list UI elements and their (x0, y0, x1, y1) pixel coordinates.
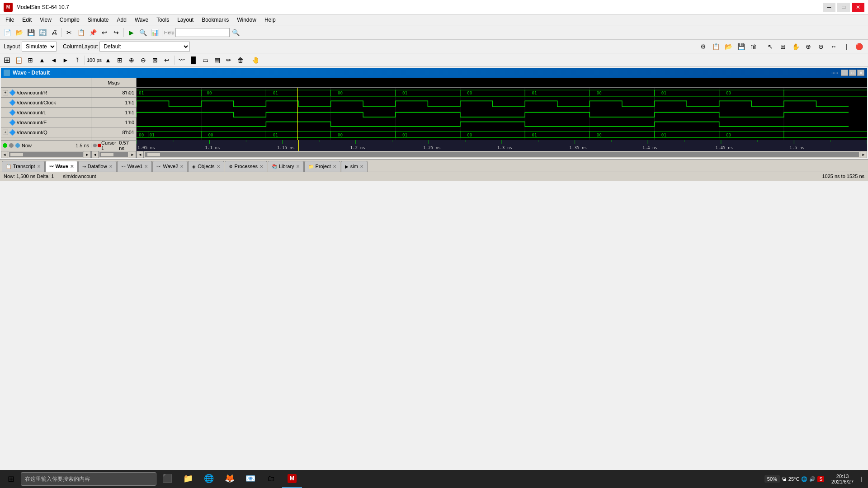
signal-row-R[interactable]: + 🔷 /downcount/R (1, 88, 91, 98)
hscroll-right-btn-wave[interactable]: ► (860, 151, 867, 158)
tab-close-wave2[interactable]: ✕ (180, 164, 184, 169)
menu-layout[interactable]: Layout (174, 16, 197, 24)
wt-zoom-in2[interactable]: ⊕ (126, 55, 137, 66)
menu-add[interactable]: Add (113, 16, 130, 24)
taskbar-modelsim[interactable]: M (282, 470, 302, 488)
wt-clear[interactable]: 🗑 (235, 55, 246, 66)
tab-wave[interactable]: 〰 Wave ✕ (45, 161, 78, 172)
taskbar-firefox[interactable]: 🦊 (220, 470, 240, 488)
tab-close-dataflow[interactable]: ✕ (109, 164, 113, 169)
tab-close-library[interactable]: ✕ (296, 164, 300, 169)
hscroll-right-btn-mid[interactable]: ► (129, 151, 136, 158)
tb-divider[interactable]: | (841, 41, 852, 52)
wt-btn2[interactable]: ⊞ (25, 55, 36, 66)
tab-sim[interactable]: ▶ sim ✕ (341, 161, 368, 172)
tb-print[interactable]: 🖨 (49, 27, 60, 38)
wt-time-up[interactable]: ▲ (103, 55, 113, 66)
tab-processes[interactable]: ⚙ Processes ✕ (225, 161, 267, 172)
tab-close-transcript[interactable]: ✕ (37, 164, 41, 169)
wt-zoom-prev[interactable]: ↩ (161, 55, 172, 66)
wt-btn4[interactable]: ◄ (48, 55, 59, 66)
tab-close-processes[interactable]: ✕ (259, 164, 263, 169)
column-layout-select[interactable]: Default (99, 42, 190, 52)
help-input[interactable] (175, 28, 230, 37)
menu-bookmarks[interactable]: Bookmarks (198, 16, 232, 24)
tab-close-project[interactable]: ✕ (333, 164, 336, 169)
tb-search[interactable]: 🔍 (137, 27, 148, 38)
battery-indicator[interactable]: 50% (764, 475, 780, 483)
minimize-button[interactable]: ─ (823, 3, 835, 12)
expand-Q[interactable]: + (3, 130, 8, 135)
wt-analog[interactable]: ▭ (200, 55, 211, 66)
tb-cursor[interactable]: ↖ (765, 41, 776, 52)
hscroll-left-btn-mid[interactable]: ◄ (91, 151, 99, 158)
wt-zoom-area[interactable]: ⊠ (150, 55, 160, 66)
menu-file[interactable]: File (2, 16, 18, 24)
tb-zoom-out[interactable]: ⊖ (816, 41, 826, 52)
input-method-icon[interactable]: S (817, 476, 824, 482)
wt-zoom-full[interactable]: ⊞ (114, 55, 125, 66)
wave-close-btn[interactable]: ✕ (857, 70, 864, 76)
wt-btn3[interactable]: ▲ (37, 55, 47, 66)
tb-redo[interactable]: ↪ (111, 27, 122, 38)
menu-compile[interactable]: Compile (56, 16, 83, 24)
tb-signal-ctrl[interactable]: 🔴 (854, 41, 864, 52)
hscroll-left-btn-wave[interactable]: ◄ (137, 151, 144, 158)
wt-btn6[interactable]: ⤒ (72, 55, 83, 66)
wt-zoom-out2[interactable]: ⊖ (138, 55, 149, 66)
network-sys-icon[interactable]: 🌐 (801, 476, 807, 482)
tab-transcript[interactable]: 📋 Transcript ✕ (2, 161, 45, 172)
tab-close-wave1[interactable]: ✕ (144, 164, 148, 169)
hscroll-track-mid[interactable] (99, 152, 128, 157)
taskbar-network-mgr[interactable]: 🗂 (261, 470, 281, 488)
maximize-button[interactable]: □ (837, 3, 850, 12)
tab-wave1[interactable]: 〰 Wave1 ✕ (117, 161, 152, 172)
start-button[interactable]: ⊞ (2, 470, 20, 488)
tb-stretch[interactable]: ↔ (828, 41, 839, 52)
taskbar-clock[interactable]: 20:13 2021/6/27 (829, 474, 856, 484)
menu-tools[interactable]: Tools (153, 16, 173, 24)
tab-close-wave[interactable]: ✕ (70, 164, 74, 169)
taskbar-file-explorer[interactable]: 📁 (178, 470, 198, 488)
tb-layout-r3[interactable]: 📂 (723, 41, 734, 52)
menu-window[interactable]: Window (233, 16, 260, 24)
wt-btn5[interactable]: ► (60, 55, 71, 66)
hscroll-right-btn-left[interactable]: ► (84, 151, 91, 158)
wt-wave-mode[interactable]: 〰 (176, 55, 187, 66)
tab-close-objects[interactable]: ✕ (217, 164, 220, 169)
tb-layout-r2[interactable]: 📋 (710, 41, 721, 52)
wt-mixed[interactable]: ▤ (212, 55, 222, 66)
wt-digital[interactable]: █ (188, 55, 199, 66)
tab-library[interactable]: 📚 Library ✕ (268, 161, 304, 172)
wt-hand[interactable]: 🤚 (250, 55, 261, 66)
wave-display[interactable]: 01 00 01 00 01 00 01 00 01 00 (137, 88, 867, 140)
tb-new[interactable]: 📄 (2, 27, 13, 38)
signal-row-Clock[interactable]: 🔷 /downcount/Clock (1, 98, 91, 108)
tb-paste[interactable]: 📌 (87, 27, 98, 38)
taskbar-task-view[interactable]: ⬛ (157, 470, 177, 488)
tb-layout-r4[interactable]: 💾 (736, 41, 746, 52)
signal-row-Q[interactable]: + 🔷 /downcount/Q (1, 127, 91, 137)
tab-objects[interactable]: ◈ Objects ✕ (188, 161, 224, 172)
menu-simulate[interactable]: Simulate (84, 16, 113, 24)
hscroll-track-left[interactable] (9, 152, 83, 157)
tb-run[interactable]: ▶ (126, 27, 137, 38)
menu-help[interactable]: Help (261, 16, 279, 24)
hscroll-thumb-wave[interactable] (147, 152, 160, 157)
expand-R[interactable]: + (3, 90, 8, 95)
hscroll-left-btn[interactable]: ◄ (1, 151, 8, 158)
tb-select[interactable]: ⊞ (778, 41, 788, 52)
wt-edit[interactable]: ✏ (223, 55, 234, 66)
tb-undo[interactable]: ↩ (99, 27, 110, 38)
tb-save[interactable]: 💾 (25, 27, 36, 38)
hscroll-thumb-mid[interactable] (100, 152, 114, 157)
menu-wave[interactable]: Wave (131, 16, 152, 24)
wave-maximize-btn[interactable]: □ (849, 70, 856, 76)
volume-icon[interactable]: 🔊 (809, 476, 816, 482)
menu-view[interactable]: View (36, 16, 55, 24)
taskbar-edge[interactable]: 🌐 (199, 470, 219, 488)
taskbar-search-box[interactable]: 在这里输入你要搜索的内容 (21, 472, 156, 486)
tab-dataflow[interactable]: ⇒ Dataflow ✕ (78, 161, 117, 172)
tb-refresh[interactable]: 🔄 (37, 27, 48, 38)
tb-copy[interactable]: 📋 (75, 27, 86, 38)
